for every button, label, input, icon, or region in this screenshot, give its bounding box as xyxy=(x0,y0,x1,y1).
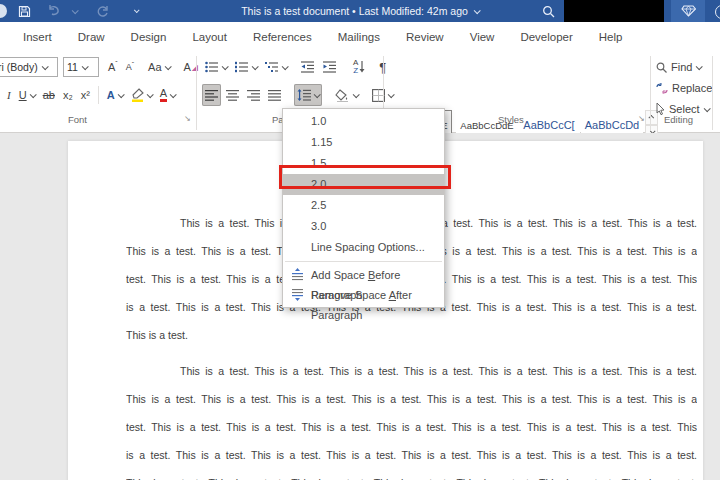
align-right-button[interactable] xyxy=(244,84,263,106)
text-effects-button[interactable]: A xyxy=(104,84,126,106)
tab-mailings[interactable]: Mailings xyxy=(325,22,393,52)
title-dropdown-icon xyxy=(473,7,480,14)
undo-icon[interactable] xyxy=(44,0,64,22)
tab-developer[interactable]: Developer xyxy=(507,22,585,52)
font-name-combo[interactable]: ri (Body) xyxy=(0,57,58,77)
decrease-indent-button[interactable] xyxy=(298,56,318,78)
line-spacing-icon xyxy=(297,89,311,101)
menu-item-1.0[interactable]: 1.0 xyxy=(283,111,444,132)
strikethrough-button[interactable]: ab xyxy=(40,84,58,106)
highlighter-icon xyxy=(131,88,144,102)
clear-formatting-button[interactable]: A ◢ xyxy=(181,56,202,78)
save-icon[interactable] xyxy=(14,0,34,22)
gem-icon xyxy=(681,5,696,17)
decrease-indent-icon xyxy=(301,61,315,73)
highlight-button[interactable] xyxy=(128,84,155,106)
title-bar: This is a test document • Last Modified:… xyxy=(0,0,720,22)
superscript-button[interactable]: x² xyxy=(78,84,93,106)
search-button[interactable] xyxy=(534,0,562,22)
font-dialog-launcher-icon[interactable]: ↘ xyxy=(184,114,191,123)
menu-item-add-space-before[interactable]: Add Space Before Paragraph xyxy=(283,265,444,285)
tab-references[interactable]: References xyxy=(240,22,325,52)
redacted-account-name xyxy=(564,0,664,22)
tab-layout[interactable]: Layout xyxy=(179,22,240,52)
align-center-icon xyxy=(226,90,239,101)
styles-dialog-launcher-icon[interactable]: ↘ xyxy=(638,114,645,123)
italic-button[interactable]: I xyxy=(4,84,14,106)
bullets-icon xyxy=(205,61,219,73)
menu-item-remove-space-after[interactable]: Remove Space After Paragraph xyxy=(283,285,444,305)
menu-item-2.5[interactable]: 2.5 xyxy=(283,195,444,216)
text-effects-dropdown-icon xyxy=(117,91,124,98)
autosave-toggle[interactable] xyxy=(0,4,7,18)
doc-line: is a test. This is a test. This is a tes… xyxy=(126,441,697,469)
tab-view[interactable]: View xyxy=(457,22,508,52)
justify-icon xyxy=(268,90,281,101)
tab-help[interactable]: Help xyxy=(586,22,636,52)
borders-dropdown-icon xyxy=(388,91,395,98)
rewards-button[interactable] xyxy=(671,0,705,22)
grow-font-letter: A xyxy=(108,61,115,73)
tab-draw[interactable]: Draw xyxy=(65,22,118,52)
numbering-icon xyxy=(235,61,249,73)
tab-design[interactable]: Design xyxy=(118,22,180,52)
menu-item-2.0[interactable]: 2.0 xyxy=(283,174,444,195)
change-case-button[interactable]: Aa xyxy=(145,56,172,78)
line-spacing-button[interactable] xyxy=(294,84,322,106)
remove-space-after-icon xyxy=(291,288,304,301)
justify-button[interactable] xyxy=(265,84,284,106)
tab-insert[interactable]: Insert xyxy=(10,22,65,52)
font-color-dropdown-icon xyxy=(170,91,177,98)
line-spacing-dropdown-icon xyxy=(314,91,321,98)
quick-access-customize-icon[interactable] xyxy=(126,0,146,22)
profile-icon[interactable] xyxy=(715,5,720,19)
redo-icon[interactable] xyxy=(92,0,112,22)
replace-button[interactable]: Replace xyxy=(656,79,712,97)
text-effects-letter: A xyxy=(107,89,115,101)
find-dropdown-icon xyxy=(696,63,703,70)
tab-review[interactable]: Review xyxy=(393,22,457,52)
align-left-icon xyxy=(205,90,218,101)
numbering-button[interactable] xyxy=(232,56,260,78)
replace-label: Replace xyxy=(672,82,712,94)
add-space-before-icon xyxy=(291,268,304,281)
highlight-dropdown-icon xyxy=(146,91,153,98)
add-space-before-pre: Add Space xyxy=(311,269,368,281)
find-button[interactable]: Find xyxy=(656,58,701,76)
replace-icon xyxy=(656,83,668,94)
align-center-button[interactable] xyxy=(223,84,242,106)
bullets-button[interactable] xyxy=(202,56,230,78)
multilevel-list-button[interactable] xyxy=(262,56,290,78)
grow-font-button[interactable]: Aˆ xyxy=(105,56,121,78)
menu-item-line-spacing-options[interactable]: Line Spacing Options... xyxy=(283,237,444,258)
subscript-button[interactable]: x₂ xyxy=(60,84,76,106)
style-heading1-sample: AaBbCcC[ xyxy=(523,119,574,131)
sort-button[interactable]: A Z xyxy=(350,56,368,78)
doc-line: This is a test. This is a test. This is … xyxy=(126,469,697,480)
font-color-button[interactable]: A xyxy=(157,84,178,106)
align-left-button[interactable] xyxy=(202,84,221,106)
paragraph-2: This is a test. This is a test. This is … xyxy=(126,357,697,480)
find-label: Find xyxy=(671,61,692,73)
paragraph-group-row1: A Z ¶ xyxy=(202,56,389,78)
underline-letter: U xyxy=(19,89,27,101)
style-heading2-sample: AaBbCcDd xyxy=(585,119,639,131)
menu-item-1.5[interactable]: 1.5 xyxy=(283,153,444,174)
doc-line: This is a test. This is a test. This is … xyxy=(126,357,697,385)
font-group-row2: I U ab x₂ x² A A xyxy=(4,84,178,106)
font-size-combo[interactable]: 11 xyxy=(63,57,99,77)
underline-button[interactable]: U xyxy=(16,84,38,106)
font-color-letter: A xyxy=(160,87,167,99)
undo-dropdown-icon[interactable] xyxy=(64,0,84,22)
shading-bucket-icon xyxy=(335,89,350,102)
document-title-text: This is a test document • Last Modified:… xyxy=(241,5,468,17)
shading-button[interactable] xyxy=(332,84,361,106)
find-icon xyxy=(656,62,667,73)
increase-indent-button[interactable] xyxy=(320,56,340,78)
menu-item-1.15[interactable]: 1.15 xyxy=(283,132,444,153)
multilevel-list-icon xyxy=(265,61,279,73)
numbering-dropdown-icon xyxy=(252,63,259,70)
shrink-font-button[interactable]: Aˇ xyxy=(123,56,137,78)
menu-item-3.0[interactable]: 3.0 xyxy=(283,216,444,237)
multilevel-dropdown-icon xyxy=(282,63,289,70)
